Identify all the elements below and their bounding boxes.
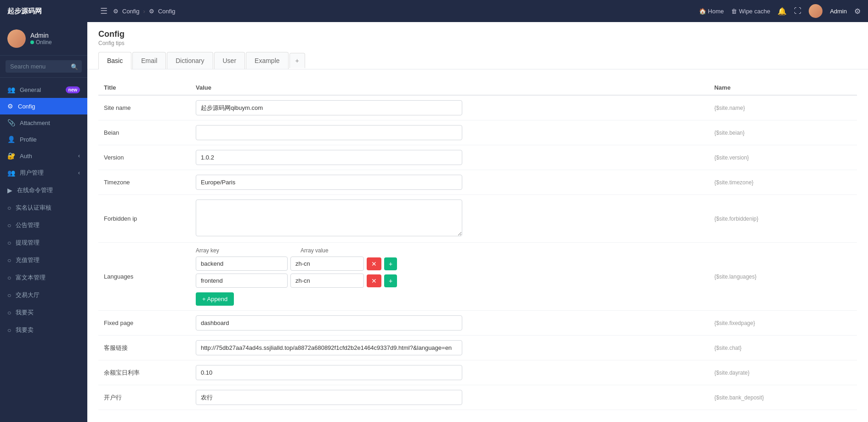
search-wrap: 🔍 <box>6 60 82 73</box>
input-2[interactable] <box>196 150 462 165</box>
navbar: 起步源码网 ☰ ⚙ Config › ⚙ Config 🏠 Home 🗑 Wip… <box>0 0 868 22</box>
sidebar-item-want-buy[interactable]: ○我要买 <box>0 304 87 321</box>
input-3[interactable] <box>196 175 462 190</box>
table-row: Forbidden ip{$site.forbiddenip} <box>98 195 857 243</box>
config-table: Title Value Name Site name{$site.name}Be… <box>98 80 857 410</box>
content-area: Config Config tips BasicEmailDictionaryU… <box>87 22 868 422</box>
sidebar-icon-trade-hall: ○ <box>7 291 11 299</box>
breadcrumb-item-2[interactable]: Config <box>158 8 176 15</box>
sidebar-item-auth[interactable]: 🔐Auth‹ <box>0 148 87 164</box>
admin-name[interactable]: Admin <box>830 8 847 15</box>
array-val-input-1[interactable] <box>290 274 364 288</box>
sidebar-item-real-name[interactable]: ○实名认证审核 <box>0 199 87 217</box>
table-row: 余额宝日利率{$site.dayrate} <box>98 360 857 385</box>
array-key-input-1[interactable] <box>196 274 288 288</box>
sidebar-icon-config: ⚙ <box>7 103 13 110</box>
tab-dictionary[interactable]: Dictionary <box>167 52 213 69</box>
sidebar-item-profile[interactable]: 👤Profile <box>0 131 87 148</box>
page-title: Config <box>98 29 857 39</box>
sidebar-item-announcement[interactable]: ○公告管理 <box>0 217 87 234</box>
array-delete-btn-0[interactable]: ✕ <box>367 257 381 270</box>
field-sysname-0: {$site.name} <box>709 95 857 120</box>
input-9[interactable] <box>196 390 462 405</box>
notification-icon[interactable]: 🔔 <box>777 7 787 16</box>
tab-basic[interactable]: Basic <box>98 52 131 69</box>
breadcrumb: ⚙ Config › ⚙ Config <box>113 8 176 15</box>
sidebar-item-recharge[interactable]: ○充值管理 <box>0 251 87 269</box>
sidebar-avatar <box>7 29 26 48</box>
array-add-btn-0[interactable]: + <box>384 257 397 270</box>
sidebar-icon-attachment: 📎 <box>7 119 15 126</box>
field-value-6 <box>190 311 709 336</box>
sidebar-item-withdraw[interactable]: ○提现管理 <box>0 234 87 251</box>
settings-icon[interactable]: ⚙ <box>854 7 861 16</box>
sidebar-item-trade-hall[interactable]: ○交易大厅 <box>0 286 87 304</box>
array-key-input-0[interactable] <box>196 257 288 271</box>
array-append-button[interactable]: + Append <box>196 292 234 306</box>
table-row: Timezone{$site.timezone} <box>98 170 857 195</box>
table-row: Fixed page{$site.fixedpage} <box>98 311 857 336</box>
sidebar-label-want-buy: 我要买 <box>16 308 80 317</box>
sidebar-item-rich-text[interactable]: ○富文本管理 <box>0 269 87 286</box>
field-title-4: Forbidden ip <box>98 195 190 243</box>
wipe-cache-button[interactable]: 🗑 Wipe cache <box>731 8 770 15</box>
array-headers: Array keyArray value <box>196 247 703 254</box>
sidebar-label-online-cmd: 在线命令管理 <box>17 186 80 194</box>
input-0[interactable] <box>196 100 462 115</box>
sidebar-label-config: Config <box>18 103 80 110</box>
sidebar-icon-real-name: ○ <box>7 204 11 211</box>
chevron-icon-user-mgmt: ‹ <box>78 170 80 176</box>
field-value-8 <box>190 360 709 385</box>
sidebar-item-config[interactable]: ⚙Config <box>0 98 87 114</box>
sidebar-label-real-name: 实名认证审核 <box>16 204 80 212</box>
table-row: Version{$site.version} <box>98 145 857 170</box>
tab-user[interactable]: User <box>214 52 245 69</box>
sidebar-item-general[interactable]: 👥Generalnew <box>0 81 87 98</box>
breadcrumb-item-1[interactable]: Config <box>122 8 140 15</box>
field-sysname-7: {$site.chat} <box>709 336 857 360</box>
page-subtitle: Config tips <box>98 40 857 46</box>
sidebar-label-rich-text: 富文本管理 <box>16 274 80 282</box>
search-icon[interactable]: 🔍 <box>71 63 78 70</box>
tab-example[interactable]: Example <box>246 52 288 69</box>
sidebar-label-user-mgmt: 用户管理 <box>20 169 74 177</box>
online-indicator <box>30 40 34 44</box>
sidebar-icon-rich-text: ○ <box>7 274 11 281</box>
field-title-9: 开户行 <box>98 385 190 410</box>
form-area: Title Value Name Site name{$site.name}Be… <box>87 69 868 422</box>
sidebar-user-info: Admin Online <box>30 32 52 46</box>
input-6[interactable] <box>196 315 462 331</box>
table-row: Beian{$site.beian} <box>98 120 857 145</box>
sidebar-icon-profile: 👤 <box>7 136 15 143</box>
menu-toggle-icon[interactable]: ☰ <box>100 6 108 16</box>
sidebar-item-want-sell[interactable]: ○我要卖 <box>0 321 87 339</box>
input-7[interactable] <box>196 340 462 355</box>
sidebar-item-online-cmd[interactable]: ▶在线命令管理 <box>0 182 87 199</box>
sidebar-search-area: 🔍 <box>0 56 87 78</box>
sidebar-label-announcement: 公告管理 <box>16 221 80 229</box>
input-8[interactable] <box>196 365 462 380</box>
sidebar-icon-withdraw: ○ <box>7 239 11 246</box>
array-delete-btn-1[interactable]: ✕ <box>367 274 381 287</box>
input-1[interactable] <box>196 125 462 140</box>
sidebar-icon-want-sell: ○ <box>7 326 11 334</box>
fullscreen-icon[interactable]: ⛶ <box>794 7 801 15</box>
sidebar-icon-announcement: ○ <box>7 222 11 229</box>
field-value-1 <box>190 120 709 145</box>
array-val-input-0[interactable] <box>290 257 364 271</box>
breadcrumb-sep: › <box>143 8 145 15</box>
tab-email[interactable]: Email <box>132 52 166 69</box>
sidebar-icon-auth: 🔐 <box>7 152 15 160</box>
field-sysname-3: {$site.timezone} <box>709 170 857 195</box>
avatar[interactable] <box>809 4 823 18</box>
sidebar-item-user-mgmt[interactable]: 👥用户管理‹ <box>0 164 87 182</box>
home-icon: 🏠 <box>699 8 706 15</box>
field-sysname-2: {$site.version} <box>709 145 857 170</box>
home-link[interactable]: 🏠 Home <box>699 8 724 15</box>
sidebar-item-attachment[interactable]: 📎Attachment <box>0 114 87 131</box>
textarea-4[interactable] <box>196 200 462 236</box>
status-text: Online <box>36 39 52 46</box>
array-add-btn-1[interactable]: + <box>384 274 397 287</box>
tab-[interactable]: + <box>289 53 305 68</box>
navbar-right: 🏠 Home 🗑 Wipe cache 🔔 ⛶ Admin ⚙ <box>699 4 861 18</box>
